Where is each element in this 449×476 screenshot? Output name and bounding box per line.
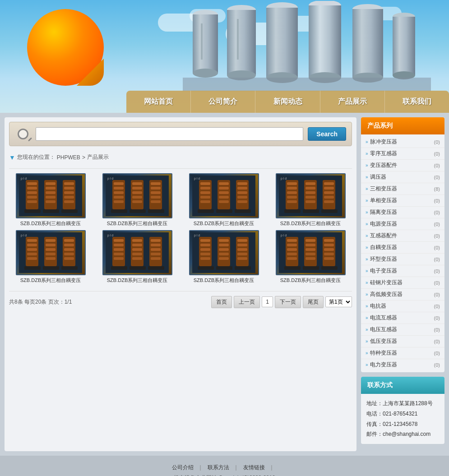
- product-item[interactable]: p l d SZB.DZB系列三相自耦变压: [269, 173, 352, 226]
- last-page-button[interactable]: 尾页: [303, 296, 324, 308]
- svg-rect-201: [324, 253, 334, 255]
- footer-link-links[interactable]: 友情链接: [243, 464, 265, 471]
- svg-rect-142: [114, 257, 124, 260]
- category-label: 三相变压器: [370, 185, 397, 193]
- page-controls: 首页 上一页 1 下一页 尾页 第1页: [211, 296, 352, 308]
- product-label: SZB.DZB系列三相自耦变压: [280, 277, 341, 283]
- svg-rect-119: [27, 257, 37, 260]
- category-count: (0): [434, 280, 440, 286]
- product-item[interactable]: p l d SZB.DZB系列三相自耦变压: [96, 230, 179, 283]
- breadcrumb: ▼ 您现在的位置： PHPWEB > 产品展示: [9, 152, 352, 163]
- product-image: p l d: [16, 230, 86, 275]
- product-image: p l d: [276, 173, 346, 218]
- product-image: p l d: [102, 173, 172, 218]
- sidebar-item-autotransformer[interactable]: » 自耦变压器 (0): [361, 242, 444, 254]
- sidebar-item-left: » 环型变压器: [366, 255, 397, 263]
- search-input[interactable]: [36, 127, 303, 141]
- search-button[interactable]: Search: [308, 127, 346, 141]
- nav-news[interactable]: 新闻动态: [255, 91, 320, 113]
- sidebar-item-zero-sequence-sensor[interactable]: » 零序互感器 (0): [361, 148, 444, 160]
- product-item[interactable]: p l d SZB.DZB系列三相自耦变压: [182, 230, 265, 283]
- svg-rect-120: [24, 266, 41, 270]
- svg-rect-39: [64, 191, 74, 194]
- sidebar-item-three-phase-transformer[interactable]: » 三相变压器 (8): [361, 183, 444, 195]
- svg-rect-176: [237, 244, 247, 246]
- product-image: p l d: [276, 230, 346, 275]
- sidebar-item-power-transformer[interactable]: » 电源变压器 (0): [361, 218, 444, 230]
- category-label: 电抗器: [370, 302, 386, 310]
- svg-rect-69: [200, 182, 210, 185]
- sidebar-item-sensor-accessories[interactable]: » 互感器配件 (0): [361, 230, 444, 242]
- svg-rect-99: [306, 182, 315, 185]
- svg-rect-156: [151, 257, 161, 260]
- svg-rect-115: [27, 239, 37, 242]
- svg-text:p l d: p l d: [194, 234, 200, 237]
- svg-rect-134: [61, 266, 78, 270]
- breadcrumb-item-2[interactable]: 产品展示: [87, 153, 109, 161]
- logo[interactable]: [27, 9, 104, 95]
- svg-rect-33: [46, 196, 56, 199]
- svg-rect-48: [114, 191, 124, 194]
- svg-rect-175: [237, 239, 247, 242]
- chevron-right-icon: »: [366, 198, 368, 203]
- sidebar-item-single-phase-transformer[interactable]: » 单相变压器 (0): [361, 195, 444, 207]
- svg-rect-108: [324, 191, 334, 194]
- phone-label: 电话：: [366, 411, 383, 417]
- nav-contact[interactable]: 联系我们: [385, 91, 449, 113]
- sidebar-item-special-transformer[interactable]: » 特种变压器 (0): [361, 347, 444, 359]
- sidebar-item-power-distribution[interactable]: » 电力变压器 (0): [361, 359, 444, 370]
- product-item[interactable]: p l d SZB.DZB系列三相自耦变压: [182, 173, 265, 226]
- sidebar-contact-header: 联系方式: [361, 377, 444, 394]
- sidebar-item-electronic-transformer[interactable]: » 电子变压器 (0): [361, 265, 444, 277]
- sidebar-item-voltage-sensor[interactable]: » 电压互感器 (0): [361, 324, 444, 336]
- svg-rect-155: [151, 253, 161, 255]
- sidebar-item-reactor[interactable]: » 电抗器 (0): [361, 300, 444, 312]
- sidebar-item-lv-transformer[interactable]: » 低压变压器 (0): [361, 336, 444, 347]
- svg-rect-53: [132, 182, 142, 185]
- sidebar-item-toroidal-transformer[interactable]: » 环型变压器 (0): [361, 254, 444, 265]
- page-select[interactable]: 第1页: [325, 296, 352, 307]
- svg-rect-70: [200, 187, 210, 189]
- product-item[interactable]: p l d SZB.DZB系列三相自耦变压: [269, 230, 352, 283]
- address-label: 地址：: [366, 400, 383, 407]
- prev-page-button[interactable]: 上一页: [234, 296, 260, 308]
- email-value: che@shanghai.com: [383, 431, 430, 437]
- nav-about[interactable]: 公司简介: [191, 91, 255, 113]
- svg-rect-145: [132, 239, 142, 242]
- svg-rect-19: [237, 19, 239, 60]
- contact-address: 地址：上海市某某路1288号: [366, 398, 439, 409]
- product-item[interactable]: p l d SZB.DZB系列三相自耦变压: [9, 230, 92, 283]
- transformer-svg: p l d: [19, 176, 82, 216]
- chevron-right-icon: »: [366, 222, 368, 226]
- svg-rect-122: [46, 239, 56, 242]
- sidebar-item-current-sensor[interactable]: » 电流互感器 (0): [361, 312, 444, 324]
- product-item[interactable]: p l d SZB.DZB系列三相自耦变压: [9, 173, 92, 226]
- sidebar-item-voltage-regulator[interactable]: » 调压器 (0): [361, 171, 444, 183]
- transformer-svg: p l d: [192, 232, 255, 273]
- footer-link-about[interactable]: 公司介绍: [172, 464, 194, 471]
- svg-rect-86: [237, 196, 247, 199]
- first-page-button[interactable]: 首页: [211, 296, 232, 308]
- category-label: 环型变压器: [370, 255, 397, 263]
- sidebar-item-left: » 调压器: [366, 173, 386, 181]
- nav-products[interactable]: 产品展示: [320, 91, 385, 113]
- product-item[interactable]: p l d SZB.DZB系列三相自耦变压: [96, 173, 179, 226]
- nav-home[interactable]: 网站首页: [126, 91, 191, 113]
- sidebar-item-isolation-transformer[interactable]: » 隔离变压器 (0): [361, 207, 444, 218]
- sidebar-item-transformer-accessories[interactable]: » 变压器配件 (0): [361, 160, 444, 171]
- svg-rect-195: [306, 257, 315, 260]
- chevron-right-icon: »: [366, 327, 368, 332]
- footer: 公司介绍 ｜ 联系方法 ｜ 友情链接 ｜ 机电设备企业网站 Copyright(…: [0, 456, 449, 476]
- sidebar-item-hf-transformer[interactable]: » 高低频变压器 (0): [361, 289, 444, 300]
- svg-rect-117: [27, 248, 37, 251]
- svg-rect-13: [352, 9, 383, 78]
- next-page-button[interactable]: 下一页: [275, 296, 301, 308]
- sidebar-item-silicon-transformer[interactable]: » 硅钢片变压器 (0): [361, 277, 444, 289]
- breadcrumb-item-1[interactable]: PHPWEB: [57, 154, 80, 161]
- category-count: (8): [434, 186, 440, 192]
- footer-link-contact[interactable]: 联系方法: [208, 464, 229, 471]
- sidebar-item-pulse-transformer[interactable]: » 脉冲变压器 (0): [361, 136, 444, 148]
- category-label: 零序互感器: [370, 150, 397, 157]
- sidebar-item-left: » 电子变压器: [366, 267, 397, 275]
- svg-rect-1: [193, 14, 218, 73]
